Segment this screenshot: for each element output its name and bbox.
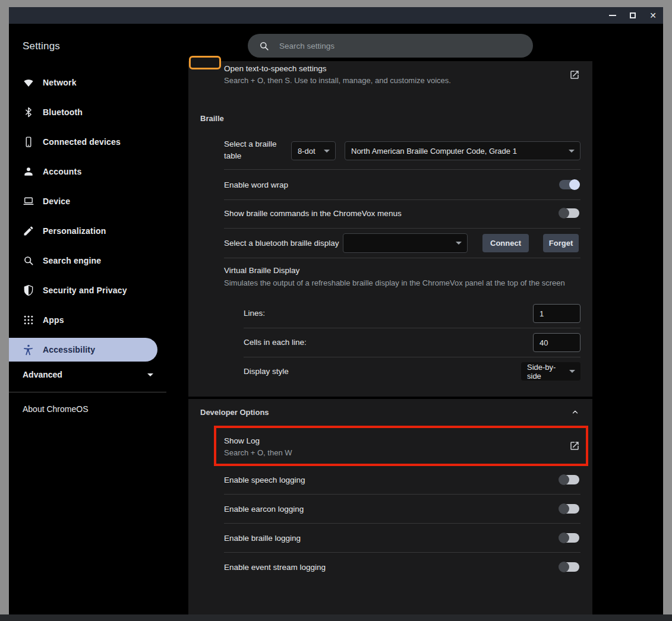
- speech-logging-toggle[interactable]: [559, 475, 579, 484]
- search-bar[interactable]: [248, 34, 533, 58]
- about-label: About ChromeOS: [23, 404, 89, 414]
- shield-icon: [23, 284, 34, 296]
- chevron-up-icon[interactable]: [571, 408, 579, 416]
- toggle-knob: [559, 474, 569, 485]
- bluetooth-icon: [23, 106, 34, 118]
- divider: [224, 552, 580, 553]
- earcon-logging-toggle[interactable]: [559, 504, 579, 514]
- sidebar-item-label: Network: [43, 78, 77, 87]
- sidebar-item-label: Device: [43, 197, 70, 206]
- sidebar-item-search-engine[interactable]: Search engine: [9, 246, 187, 275]
- virtual-braille-title: Virtual Braille Display: [224, 266, 299, 275]
- title-bar: ✕: [9, 7, 663, 24]
- word-wrap-toggle[interactable]: [559, 180, 579, 189]
- show-commands-toggle[interactable]: [559, 208, 579, 218]
- table-select-value: North American Braille Computer Code, Gr…: [351, 147, 517, 156]
- maximize-button[interactable]: [623, 7, 643, 24]
- divider: [224, 169, 580, 170]
- sidebar-item-about-chromeos[interactable]: About ChromeOS: [9, 396, 166, 422]
- bt-display-label: Select a bluetooth braille display: [224, 239, 339, 248]
- sidebar-item-network[interactable]: Network: [9, 68, 187, 97]
- toggle-knob: [559, 533, 569, 543]
- toggle-knob: [559, 208, 569, 218]
- sidebar-item-accessibility[interactable]: Accessibility: [9, 338, 157, 362]
- apps-grid-icon: [23, 314, 34, 326]
- sidebar-item-bluetooth[interactable]: Bluetooth: [9, 97, 187, 127]
- cells-label: Cells in each line:: [244, 338, 307, 347]
- display-style-value: Side-by-side: [527, 363, 564, 381]
- sidebar-item-label: Security and Privacy: [43, 286, 127, 295]
- bt-display-select[interactable]: [343, 233, 468, 253]
- sidebar-item-label: Search engine: [43, 256, 101, 265]
- sidebar-item-label: Personalization: [43, 226, 106, 236]
- wifi-icon: [23, 77, 34, 88]
- advanced-label: Advanced: [23, 370, 62, 379]
- sidebar-item-accounts[interactable]: Accounts: [9, 157, 187, 186]
- braille-logging-toggle[interactable]: [559, 533, 579, 543]
- search-icon: [258, 40, 270, 52]
- tts-row-subtitle: Search + O, then S. Use to install, mana…: [224, 76, 451, 85]
- braille-dot-select[interactable]: 8-dot: [291, 141, 336, 160]
- sidebar-item-connected-devices[interactable]: Connected devices: [9, 127, 187, 157]
- sidebar: Network Bluetooth Connected devices Acco…: [9, 68, 187, 365]
- brush-icon: [23, 225, 34, 237]
- maximize-icon: [630, 12, 636, 18]
- connect-button[interactable]: Connect: [482, 234, 529, 252]
- minimize-icon: [609, 15, 616, 16]
- developer-section-header: Developer Options: [200, 408, 269, 417]
- lines-input[interactable]: [533, 304, 580, 323]
- speech-logging-label: Enable speech logging: [224, 476, 305, 484]
- person-icon: [23, 166, 34, 178]
- orange-focus-ring: [189, 56, 221, 69]
- laptop-icon: [23, 195, 34, 207]
- minimize-button[interactable]: [602, 7, 623, 24]
- divider: [224, 228, 580, 229]
- display-style-select[interactable]: Side-by-side: [521, 362, 580, 381]
- event-stream-logging-label: Enable event stream logging: [224, 563, 326, 572]
- settings-window: ✕ Settings Network Bluetooth Connected d…: [9, 7, 663, 617]
- tts-row-title[interactable]: Open text-to-speech settings: [224, 64, 327, 73]
- dropdown-arrow-icon: [456, 242, 462, 245]
- sidebar-item-security-and-privacy[interactable]: Security and Privacy: [9, 275, 187, 305]
- sidebar-divider: [9, 392, 166, 392]
- page-title: Settings: [23, 40, 60, 52]
- sidebar-item-label: Connected devices: [43, 137, 121, 147]
- search-input[interactable]: [279, 42, 522, 50]
- toggle-knob: [559, 562, 569, 572]
- sidebar-item-personalization[interactable]: Personalization: [9, 216, 187, 246]
- braille-settings-card: Open text-to-speech settings Search + O,…: [188, 61, 592, 397]
- external-link-icon[interactable]: [569, 69, 580, 80]
- cells-input[interactable]: [533, 333, 580, 352]
- divider: [224, 494, 580, 495]
- divider: [244, 328, 580, 328]
- earcon-logging-label: Enable earcon logging: [224, 505, 304, 514]
- display-style-label: Display style: [244, 367, 289, 376]
- event-stream-logging-toggle[interactable]: [559, 562, 579, 572]
- divider: [224, 523, 580, 524]
- braille-logging-label: Enable braille logging: [224, 534, 301, 543]
- divider: [224, 199, 580, 200]
- divider: [244, 357, 580, 357]
- phone-icon: [23, 136, 34, 148]
- sidebar-item-label: Accounts: [43, 167, 81, 176]
- forget-button[interactable]: Forget: [543, 234, 579, 252]
- braille-table-select[interactable]: North American Braille Computer Code, Gr…: [345, 141, 580, 160]
- sidebar-item-device[interactable]: Device: [9, 186, 187, 216]
- show-commands-label: Show braille commands in the ChromeVox m…: [224, 209, 402, 218]
- dropdown-arrow-icon: [569, 150, 575, 153]
- sidebar-item-apps[interactable]: Apps: [9, 305, 187, 335]
- toggle-knob: [559, 503, 569, 514]
- braille-section-header: Braille: [200, 114, 224, 123]
- lines-label: Lines:: [244, 309, 265, 318]
- word-wrap-label: Enable word wrap: [224, 180, 288, 189]
- close-button[interactable]: ✕: [643, 7, 663, 24]
- sidebar-item-label: Apps: [43, 315, 64, 325]
- dot-select-value: 8-dot: [298, 147, 316, 156]
- sidebar-item-label: Accessibility: [43, 345, 95, 354]
- dropdown-arrow-icon: [324, 150, 330, 153]
- sidebar-item-label: Bluetooth: [43, 107, 83, 117]
- virtual-braille-subtitle: Simulates the output of a refreshable br…: [224, 278, 565, 287]
- red-highlight-box: [214, 426, 588, 466]
- toggle-knob: [569, 179, 580, 190]
- sidebar-advanced-expander[interactable]: Advanced: [9, 363, 166, 386]
